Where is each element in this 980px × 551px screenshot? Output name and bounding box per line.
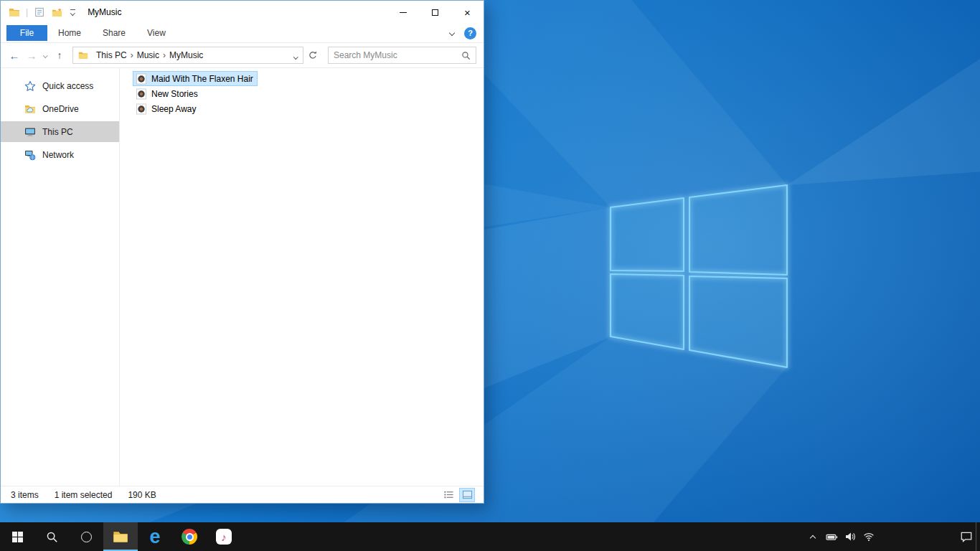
qat-customize-chevron[interactable] <box>67 9 77 15</box>
action-center-button[interactable] <box>957 522 976 551</box>
navigation-pane: Quick access OneDrive This PC Network <box>1 68 120 486</box>
qat-new-folder-button[interactable] <box>50 6 63 19</box>
tab-home[interactable]: Home <box>47 24 92 42</box>
ribbon-collapse-chevron-icon[interactable] <box>449 30 455 36</box>
sidebar-item-onedrive[interactable]: OneDrive <box>1 98 119 119</box>
breadcrumb-this-pc[interactable]: This PC <box>93 50 131 60</box>
qat-separator: | <box>25 7 29 17</box>
file-row[interactable]: New Stories <box>133 86 202 101</box>
sidebar-item-network[interactable]: Network <box>1 144 119 165</box>
folder-icon <box>78 50 88 60</box>
tray-battery-button[interactable] <box>822 522 841 551</box>
desktop: | MyMusic × File Home Share View ? <box>0 0 980 551</box>
tab-file[interactable]: File <box>6 25 47 41</box>
forward-button[interactable]: → <box>23 47 40 64</box>
onedrive-folder-icon <box>24 103 36 115</box>
ribbon-right-controls: ? <box>450 27 484 39</box>
tab-view[interactable]: View <box>136 24 176 42</box>
breadcrumb-music[interactable]: Music <box>133 50 163 60</box>
window-title: MyMusic <box>88 7 121 17</box>
minimize-button[interactable] <box>387 1 419 24</box>
details-view-button[interactable] <box>440 488 456 502</box>
edge-icon: e <box>149 527 160 547</box>
chevron-up-icon <box>810 534 816 540</box>
search-input[interactable] <box>334 50 461 60</box>
itunes-icon: ♪ <box>216 529 232 545</box>
search-icon[interactable] <box>461 51 471 60</box>
recent-locations-button[interactable] <box>40 54 51 57</box>
quick-access-toolbar: | <box>8 6 77 19</box>
cortana-icon <box>81 532 92 542</box>
search-icon <box>46 531 58 543</box>
action-center-icon <box>960 530 973 543</box>
explorer-system-icon[interactable] <box>8 6 21 19</box>
up-button[interactable]: ↑ <box>51 47 68 64</box>
show-desktop-button[interactable] <box>976 522 980 551</box>
address-bar[interactable]: This PC › Music › MyMusic <box>72 47 303 64</box>
qat-properties-button[interactable] <box>33 6 46 19</box>
close-icon: × <box>464 7 471 18</box>
tray-volume-button[interactable] <box>841 522 859 551</box>
file-name: Maid With The Flaxen Hair <box>151 74 253 84</box>
taskbar-edge-button[interactable]: e <box>138 522 172 551</box>
tray-network-button[interactable] <box>859 522 878 551</box>
sidebar-item-label: OneDrive <box>42 104 79 114</box>
battery-icon <box>826 531 838 543</box>
file-row[interactable]: Sleep Away <box>133 101 201 116</box>
minimize-icon <box>400 12 407 13</box>
sidebar-item-this-pc[interactable]: This PC <box>1 121 119 142</box>
file-row[interactable]: Maid With The Flaxen Hair <box>133 71 258 86</box>
file-name: New Stories <box>151 89 198 99</box>
chevron-down-icon <box>43 53 47 57</box>
file-explorer-icon <box>113 529 128 545</box>
music-file-icon <box>136 103 147 115</box>
maximize-button[interactable] <box>419 1 451 24</box>
sidebar-item-label: Quick access <box>42 81 93 91</box>
music-file-icon <box>136 88 147 100</box>
ribbon-tab-row: File Home Share View ? <box>1 24 484 43</box>
sidebar-item-quick-access[interactable]: Quick access <box>1 75 119 96</box>
search-box <box>328 47 476 64</box>
volume-icon <box>844 531 856 542</box>
computer-icon <box>24 126 36 138</box>
file-list[interactable]: Maid With The Flaxen Hair New Stories Sl… <box>120 68 484 486</box>
address-row: ← → ↑ This PC › Music › MyMusic <box>1 43 484 68</box>
file-explorer-window: | MyMusic × File Home Share View ? <box>0 0 484 504</box>
file-name: Sleep Away <box>151 104 197 114</box>
quick-access-star-icon <box>24 80 36 92</box>
status-bar: 3 items 1 item selected 190 KB <box>1 486 484 503</box>
help-button[interactable]: ? <box>464 27 476 39</box>
sidebar-item-label: Network <box>42 150 74 160</box>
large-icons-view-button[interactable] <box>459 488 475 502</box>
system-tray <box>804 522 980 551</box>
status-selection-size: 190 KB <box>128 490 156 500</box>
network-icon <box>24 149 36 161</box>
chrome-icon <box>182 529 197 545</box>
close-button[interactable]: × <box>451 1 484 24</box>
tray-show-hidden-icons-button[interactable] <box>804 522 822 551</box>
sidebar-item-label: This PC <box>42 127 73 137</box>
status-selection: 1 item selected <box>55 490 113 500</box>
refresh-button[interactable] <box>303 47 322 64</box>
taskbar-chrome-button[interactable] <box>172 522 207 551</box>
view-switcher <box>440 488 475 502</box>
tab-share[interactable]: Share <box>92 24 136 42</box>
titlebar: | MyMusic × <box>1 1 484 24</box>
music-file-icon <box>136 73 147 85</box>
start-button[interactable] <box>0 522 34 551</box>
breadcrumb-mymusic[interactable]: MyMusic <box>166 50 207 60</box>
taskbar-search-button[interactable] <box>34 522 69 551</box>
back-button[interactable]: ← <box>6 47 23 64</box>
cortana-button[interactable] <box>69 522 103 551</box>
status-items-count: 3 items <box>11 490 39 500</box>
taskbar-itunes-button[interactable]: ♪ <box>207 522 241 551</box>
window-controls: × <box>387 1 484 24</box>
windows-logo-icon <box>12 532 23 542</box>
taskbar: e ♪ <box>0 522 980 551</box>
taskbar-file-explorer-button[interactable] <box>103 522 138 551</box>
address-dropdown-button[interactable] <box>294 50 298 60</box>
wifi-icon <box>863 531 875 542</box>
chevron-down-icon <box>293 55 298 59</box>
window-body: Quick access OneDrive This PC Network <box>1 68 484 486</box>
maximize-icon <box>432 9 438 16</box>
